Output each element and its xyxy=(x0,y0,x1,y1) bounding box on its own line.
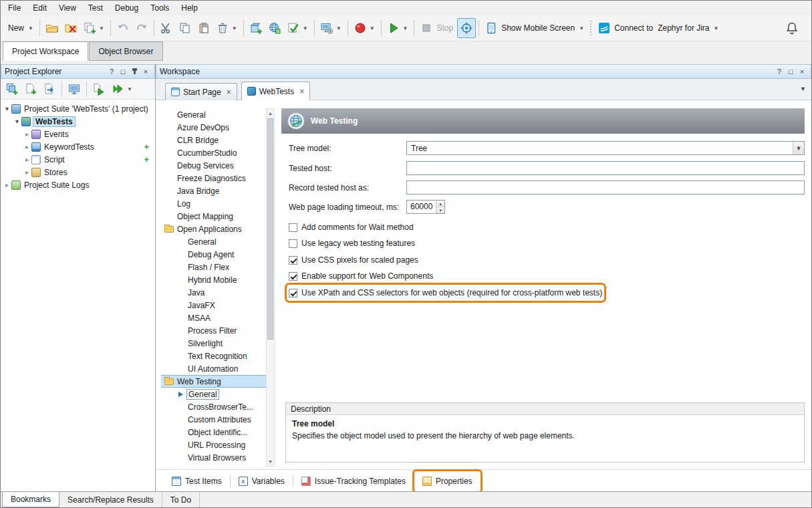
tab-list-dropdown-icon[interactable]: ▼ xyxy=(800,86,806,92)
menu-item-file[interactable]: File xyxy=(2,1,27,15)
code-view-button[interactable] xyxy=(65,79,84,99)
spin-down-icon[interactable]: ▼ xyxy=(436,207,444,213)
options-item-ui-automation[interactable]: UI Automation xyxy=(161,362,266,375)
record-host-input[interactable] xyxy=(406,180,805,195)
bottom-tab-properties[interactable]: Properties xyxy=(416,473,479,490)
collapse-arrow-icon[interactable]: ▾ xyxy=(13,118,21,125)
doc-tab-project-workspace[interactable]: Project Workspace xyxy=(3,41,88,61)
open-button[interactable] xyxy=(43,18,61,38)
expand-arrow-icon[interactable]: ▸ xyxy=(23,156,31,163)
options-item-open-applications[interactable]: Open Applications xyxy=(161,223,266,235)
options-item-log[interactable]: Log xyxy=(161,197,266,210)
close-icon[interactable]: × xyxy=(797,66,807,77)
help-icon[interactable]: ? xyxy=(106,66,117,77)
cut-button[interactable] xyxy=(157,18,176,38)
maximize-icon[interactable]: □ xyxy=(118,66,128,77)
run-button[interactable]: ▼ xyxy=(384,18,412,38)
options-item-flash-flex[interactable]: Flash / Flex xyxy=(161,261,266,273)
workspace-tab-start-page[interactable]: Start Page× xyxy=(165,83,237,100)
copy-button[interactable] xyxy=(176,18,194,38)
options-item-hybrid-mobile[interactable]: Hybrid Mobile xyxy=(161,273,266,286)
expand-arrow-icon[interactable]: ▸ xyxy=(23,143,31,150)
options-item-msaa[interactable]: MSAA xyxy=(161,311,266,324)
maximize-icon[interactable]: □ xyxy=(785,66,796,77)
options-item-javafx[interactable]: JavaFX xyxy=(161,299,266,311)
checkbox-checked-icon[interactable] xyxy=(289,289,297,297)
options-item-object-mapping[interactable]: Object Mapping xyxy=(161,210,266,223)
run-project-button[interactable] xyxy=(90,79,108,99)
tree-item-project-suite-logs[interactable]: ▸Project Suite Logs xyxy=(1,178,155,191)
bottom-tab-issue-tracking-templates[interactable]: Issue-Tracking Templates xyxy=(295,473,412,490)
menu-item-edit[interactable]: Edit xyxy=(27,1,53,15)
menu-item-test[interactable]: Test xyxy=(82,1,109,15)
show-mobile-screen-button[interactable]: Show Mobile Screen ▼ xyxy=(482,18,587,38)
tree-item-stores[interactable]: ▸Stores xyxy=(1,166,155,178)
doc-tab-object-browser[interactable]: Object Browser xyxy=(89,41,162,61)
options-item-text-recognition[interactable]: Text Recognition xyxy=(161,350,266,362)
scroll-down-icon[interactable]: ▼ xyxy=(267,457,274,466)
options-item-process-filter[interactable]: Process Filter xyxy=(161,324,266,337)
bottom-tab-test-items[interactable]: Test Items xyxy=(165,473,229,490)
checkbox-checked-icon[interactable] xyxy=(289,256,297,265)
options-item-general[interactable]: General xyxy=(161,235,266,248)
new-button[interactable]: New ▼ xyxy=(4,18,37,38)
checkbox-row-5[interactable]: Use XPath and CSS selectors for web obje… xyxy=(289,287,602,299)
chevron-down-icon[interactable]: ▼ xyxy=(793,142,804,154)
options-item-debug-services[interactable]: Debug Services xyxy=(161,159,266,172)
dock-tab-search-replace-results[interactable]: Search/Replace Results xyxy=(59,492,162,507)
spy-highlight-toggle[interactable] xyxy=(457,18,476,38)
bottom-tab-variables[interactable]: Variables xyxy=(232,473,291,490)
workspace-tab-webtests[interactable]: WebTests× xyxy=(241,82,310,100)
options-item-object-identific[interactable]: Object Identific... xyxy=(161,426,266,438)
checkbox-unchecked-icon[interactable] xyxy=(289,223,297,232)
paste-button[interactable] xyxy=(194,18,213,38)
tree-item-keywordtests[interactable]: ▸KeywordTests+ xyxy=(1,140,155,153)
collapse-arrow-icon[interactable]: ▾ xyxy=(3,105,11,112)
tree-item-events[interactable]: ▸Events xyxy=(1,128,155,140)
expand-arrow-icon[interactable]: ▸ xyxy=(23,130,31,138)
options-item-azure-devops[interactable]: Azure DevOps xyxy=(161,121,266,134)
tree-item-script[interactable]: ▸Script+ xyxy=(1,153,155,166)
web-testing-tools-button[interactable] xyxy=(265,18,284,38)
menu-item-help[interactable]: Help xyxy=(175,1,204,15)
tree-item-webtests[interactable]: ▾WebTests xyxy=(1,115,155,128)
tree-model-select[interactable]: Tree ▼ xyxy=(406,141,805,155)
help-icon[interactable]: ? xyxy=(774,66,785,77)
pin-icon[interactable] xyxy=(129,66,140,77)
expand-arrow-icon[interactable]: ▸ xyxy=(23,168,31,176)
options-item-crossbrowserte[interactable]: CrossBrowserTe... xyxy=(161,400,266,413)
close-icon[interactable]: × xyxy=(299,87,304,96)
spin-up-icon[interactable]: ▲ xyxy=(436,201,444,207)
delete-button[interactable]: ▼ xyxy=(213,18,241,38)
options-item-general[interactable]: General xyxy=(161,388,266,400)
options-item-virtual-browsers[interactable]: Virtual Browsers xyxy=(161,451,266,464)
options-item-freeze-diagnostics[interactable]: Freeze Diagnostics xyxy=(161,172,266,184)
timeout-spinner[interactable]: 60000 ▲ ▼ xyxy=(406,200,445,214)
run-suite-button[interactable]: ▼ xyxy=(108,79,136,99)
record-button[interactable]: ▼ xyxy=(351,18,378,38)
stop-button[interactable]: Stop xyxy=(417,18,457,38)
close-icon[interactable]: × xyxy=(227,88,231,97)
checkbox-unchecked-icon[interactable] xyxy=(289,239,297,248)
scroll-up-icon[interactable]: ▲ xyxy=(267,109,274,118)
redo-button[interactable] xyxy=(132,18,151,38)
remote-browser-button[interactable]: ▼ xyxy=(317,18,345,38)
add-existing-item-button[interactable] xyxy=(40,79,59,99)
undo-button[interactable] xyxy=(114,18,132,38)
options-item-url-processing[interactable]: URL Processing xyxy=(161,438,266,451)
tested-host-input[interactable] xyxy=(406,161,805,175)
close-project-suite-button[interactable] xyxy=(61,18,80,38)
options-item-general[interactable]: General xyxy=(161,108,266,121)
checkbox-row-1[interactable]: Add comments for Wait method xyxy=(289,221,414,233)
dock-tab-bookmarks[interactable]: Bookmarks xyxy=(2,492,59,507)
connect-zephyr-button[interactable]: Connect to Zephyr for Jira ▼ xyxy=(595,18,722,38)
add-item-icon[interactable]: + xyxy=(144,154,149,164)
scrollbar-thumb[interactable] xyxy=(267,118,273,340)
options-item-clr-bridge[interactable]: CLR Bridge xyxy=(161,134,266,146)
save-all-button[interactable]: ▼ xyxy=(80,18,108,38)
add-new-item-button-pe[interactable] xyxy=(21,79,40,99)
options-scrollbar[interactable]: ▲ ▼ xyxy=(266,108,275,467)
checkpoint-button[interactable]: ▼ xyxy=(284,18,311,38)
close-icon[interactable]: × xyxy=(140,66,151,77)
options-item-java-bridge[interactable]: Java Bridge xyxy=(161,184,266,197)
